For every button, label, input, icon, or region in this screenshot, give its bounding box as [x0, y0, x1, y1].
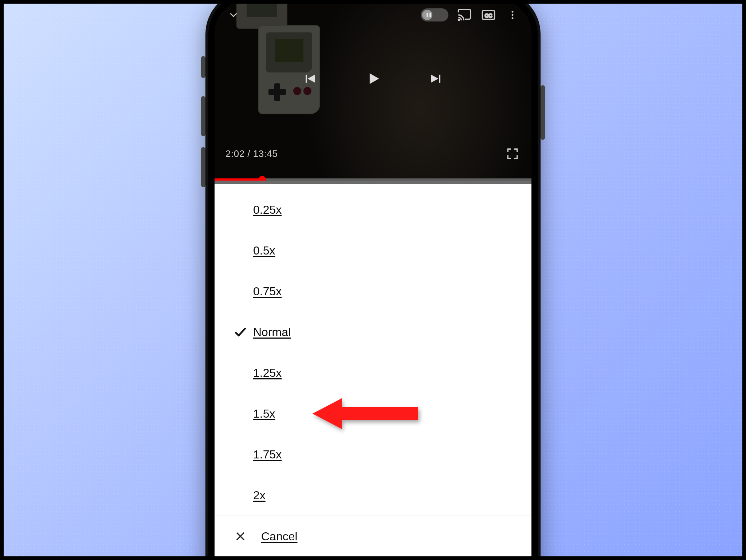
- check-icon: [233, 325, 247, 339]
- svg-point-3: [512, 11, 514, 13]
- phone-volume-up: [201, 96, 205, 136]
- speed-option-15x[interactable]: 1.5x: [215, 393, 531, 434]
- progress-fill: [215, 178, 262, 181]
- speed-option-label: 0.75x: [253, 285, 282, 298]
- speed-option-label: 1.25x: [253, 366, 282, 380]
- current-time: 2:02 / 13:45: [225, 148, 278, 159]
- svg-point-5: [512, 17, 514, 19]
- svg-text:CC: CC: [485, 13, 492, 19]
- cast-icon[interactable]: [456, 7, 472, 23]
- captions-icon[interactable]: CC: [480, 7, 496, 23]
- tutorial-canvas: CC: [0, 0, 746, 560]
- speed-option-label: 2x: [253, 489, 266, 502]
- fullscreen-icon[interactable]: [504, 146, 521, 162]
- next-icon[interactable]: [428, 71, 444, 87]
- speed-option-125x[interactable]: 1.25x: [215, 352, 531, 393]
- speed-option-label: 0.25x: [253, 203, 282, 217]
- speed-option-label: 1.75x: [253, 448, 282, 461]
- speed-option-05x[interactable]: 0.5x: [215, 230, 531, 271]
- close-icon: [234, 530, 247, 543]
- speed-option-label: 1.5x: [253, 407, 275, 421]
- svg-point-4: [512, 14, 514, 16]
- speed-option-2x[interactable]: 2x: [215, 475, 531, 516]
- collapse-icon[interactable]: [225, 7, 242, 23]
- video-player: CC: [215, 0, 531, 181]
- speed-option-075x[interactable]: 0.75x: [215, 271, 531, 312]
- speed-option-label: 0.5x: [253, 244, 275, 257]
- phone-frame: CC: [205, 0, 541, 560]
- svg-point-0: [458, 19, 459, 20]
- phone-mute-switch: [201, 56, 205, 78]
- previous-icon[interactable]: [302, 71, 318, 87]
- cancel-label: Cancel: [261, 530, 298, 543]
- sheet-handle-area: [215, 181, 531, 184]
- speed-option-175x[interactable]: 1.75x: [215, 434, 531, 475]
- progress-track[interactable]: [215, 178, 531, 181]
- phone-volume-down: [201, 147, 205, 187]
- speed-option-025x[interactable]: 0.25x: [215, 189, 531, 230]
- progress-handle[interactable]: [259, 176, 266, 181]
- playback-speed-sheet: 0.25x0.5x0.75xNormal1.25x1.5x1.75x2x Can…: [215, 184, 531, 560]
- speed-option-label: Normal: [253, 326, 291, 339]
- speed-option-normal[interactable]: Normal: [215, 312, 531, 352]
- cancel-button[interactable]: Cancel: [215, 516, 531, 557]
- autoplay-toggle[interactable]: [421, 8, 448, 21]
- phone-screen: CC: [215, 0, 531, 560]
- more-icon[interactable]: [504, 7, 521, 23]
- phone-power-button: [541, 85, 545, 140]
- time-bar: 2:02 / 13:45: [225, 146, 521, 162]
- play-icon[interactable]: [365, 71, 381, 87]
